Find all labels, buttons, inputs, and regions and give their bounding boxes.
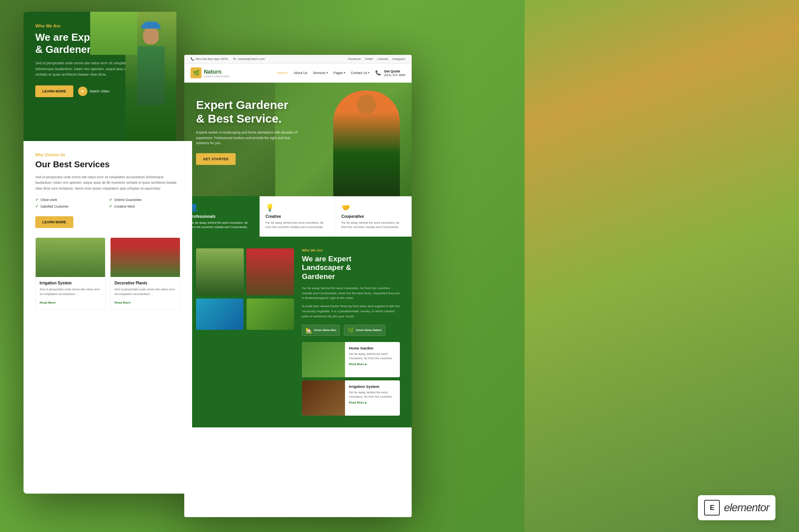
grass-accent: [90, 12, 137, 55]
pool-row: [196, 299, 294, 330]
topbar-phone-text: Mon-Sat 8am-6pm WITA: [196, 57, 228, 61]
service-card-decorative: Decorative Plants Sed ut perspiciatis un…: [110, 237, 180, 309]
social-instagram[interactable]: Instagram: [392, 57, 405, 61]
check-label-2: Ontime Guarantee: [114, 198, 142, 202]
services-learn-more-button[interactable]: LEARN MORE: [35, 216, 73, 228]
watch-video-button[interactable]: ▶ Watch Video: [78, 87, 110, 96]
about-para2: A small river named Duden flows by their…: [302, 304, 400, 319]
check-icon-4: ✓: [109, 204, 112, 208]
pool-image: [196, 299, 243, 330]
elementor-label: elementor: [724, 501, 769, 514]
main-website: 📞 Mon-Sat 8am-6pm WITA ✉ contact@naturn.…: [184, 55, 412, 517]
about-badges: 🏡 Green Home Box 🌿 Green Home Nature: [302, 325, 400, 336]
social-twitter[interactable]: Twitter: [365, 57, 373, 61]
badge2-text: Green Home Nature: [356, 328, 382, 332]
nav-services[interactable]: Services ▾: [313, 71, 328, 75]
navigation: 🌿 Naturn EXPERT LANDSCAPER Home ▾ About …: [184, 63, 412, 83]
get-started-button[interactable]: GET STARTED: [196, 153, 236, 165]
service-list: Home Garden Far far away, behind the wor…: [302, 342, 400, 416]
logo-icon: 🌿: [191, 67, 202, 78]
nav-about[interactable]: About Us: [294, 71, 307, 75]
nav-pages[interactable]: Pages ▾: [334, 71, 345, 75]
tools-background: [525, 0, 799, 532]
topbar-email-text: contact@naturn.com: [238, 57, 265, 61]
about-left: [196, 248, 294, 330]
nav-contact[interactable]: Contact Us ▾: [351, 71, 370, 75]
hero-section: Expert Gardener & Best Service. Experts …: [184, 83, 412, 196]
badge-green-nature: 🌿 Green Home Nature: [344, 325, 385, 336]
logo-area: 🌿 Naturn EXPERT LANDSCAPER: [191, 67, 230, 78]
hat-shape: [141, 22, 161, 29]
garden-image: [247, 299, 294, 330]
home-garden-image: [302, 342, 345, 377]
cta-text-area: Get Quote (021) 223 3856: [384, 69, 405, 77]
chevron-down-icon: ▾: [287, 71, 288, 74]
email-icon: ✉: [233, 57, 236, 61]
creative-desc: Far far away, behind the word mountains,…: [265, 221, 330, 230]
about-title-line3: Gardener: [302, 272, 335, 280]
home-garden-desc: Far far away, behind the word mountains,…: [349, 352, 396, 361]
irrigation-desc: Sed ut perspiciatis unde omnis iste natu…: [40, 287, 101, 296]
logo-name[interactable]: Naturn: [204, 69, 222, 75]
phone-icon: 📞: [191, 57, 194, 61]
elementor-icon: E: [704, 500, 720, 516]
check-item-2: ✓ Ontime Guarantee: [109, 197, 180, 202]
home-icon: 🏡: [305, 327, 312, 333]
nature-icon: 🌿: [347, 327, 354, 333]
check-label-1: Clean work: [40, 198, 57, 202]
check-item-3: ✓ Satisfied Customer: [35, 204, 107, 208]
hero-person-figure: [333, 90, 400, 196]
services-checklist: ✓ Clean work ✓ Ontime Guarantee ✓ Satisf…: [35, 197, 180, 208]
learn-more-button[interactable]: LEARN MORE: [35, 85, 73, 97]
elementor-icon-text: E: [710, 504, 714, 512]
service-list-home-garden: Home Garden Far far away, behind the wor…: [302, 342, 400, 377]
check-item-4: ✓ Creative Mind: [109, 204, 180, 208]
decorative-image: [111, 238, 180, 277]
irrigation-title: Irrigation System: [40, 281, 101, 285]
about-image-2: [246, 248, 294, 295]
topbar-email: ✉ contact@naturn.com: [233, 57, 265, 61]
decorative-read-more[interactable]: Read More: [114, 301, 131, 304]
cta-label[interactable]: Get Quote: [384, 69, 405, 73]
nav-home[interactable]: Home ▾: [277, 71, 288, 75]
top-bar: 📞 Mon-Sat 8am-6pm WITA ✉ contact@naturn.…: [184, 55, 412, 63]
check-icon-2: ✓: [109, 197, 112, 202]
professionals-desc: Far far away, behind the word mountains,…: [190, 221, 254, 230]
about-title-line2: Landscaper &: [302, 263, 351, 271]
home-garden-read-more[interactable]: Read More: [349, 362, 396, 366]
irrigation-system-title: Irrigation System: [349, 384, 396, 389]
mockup-container: Who We Are We are Expert Landscaper & Ga…: [24, 12, 404, 517]
decorative-card-body: Decorative Plants Sed ut perspiciatis un…: [111, 277, 180, 309]
professionals-title: Professionals: [190, 214, 254, 219]
top-bar-right: Facebook Twitter LinkedIn Instagram: [348, 57, 405, 61]
cta-phone: (021) 223 3856: [384, 73, 405, 77]
irrigation-system-body: Irrigation System Far far away, behind t…: [345, 380, 400, 416]
cooperative-icon: 🤝: [341, 203, 406, 212]
feature-creative: 💡 Creative Far far away, behind the word…: [260, 196, 336, 237]
head-shape: [143, 27, 159, 44]
irrigation-read-more[interactable]: Read More: [40, 301, 56, 304]
cooperative-desc: Far far away, behind the word mountains,…: [341, 221, 406, 230]
logo-text-area: Naturn EXPERT LANDSCAPER: [204, 68, 230, 78]
topbar-phone: 📞 Mon-Sat 8am-6pm WITA: [191, 57, 228, 61]
check-item-1: ✓ Clean work: [35, 197, 107, 202]
logo-subtitle: EXPERT LANDSCAPER: [204, 75, 230, 78]
irrigation-system-read-more[interactable]: Read More: [349, 401, 396, 404]
nav-cta: 📞 Get Quote (021) 223 3856: [375, 69, 405, 77]
hero-description: Experts worker in landscaping and home p…: [196, 130, 298, 146]
services-panel: Why Choose Us Our Best Services Sed ut p…: [24, 141, 192, 494]
service-cards-grid: Irrigation System Sed ut perspiciatis un…: [35, 237, 180, 309]
irrigation-card-body: Irrigation System Sed ut perspiciatis un…: [36, 277, 105, 309]
social-linkedin[interactable]: LinkedIn: [377, 57, 388, 61]
phone-icon-nav: 📞: [375, 70, 381, 76]
home-garden-body: Home Garden Far far away, behind the wor…: [345, 342, 400, 377]
creative-icon: 💡: [265, 203, 330, 212]
play-icon: ▶: [78, 87, 87, 96]
check-icon-3: ✓: [35, 204, 38, 208]
badge-green-home: 🏡 Green Home Box: [302, 325, 340, 336]
services-title: Our Best Services: [35, 159, 180, 170]
check-icon-1: ✓: [35, 197, 38, 202]
about-title-line1: We are Expert: [302, 255, 351, 263]
social-facebook[interactable]: Facebook: [348, 57, 361, 61]
hero-person-body: [333, 90, 400, 196]
